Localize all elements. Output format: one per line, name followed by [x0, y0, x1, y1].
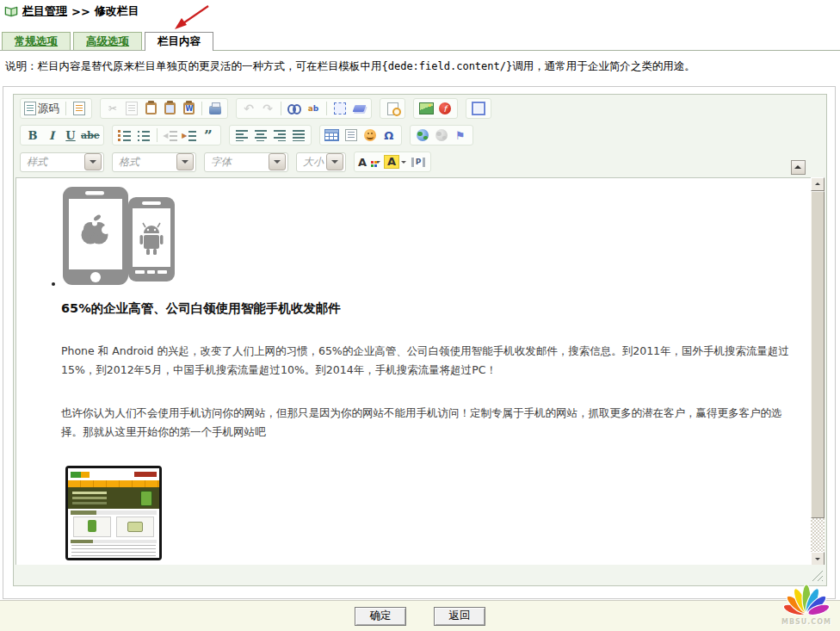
thumbnail-list-header [71, 540, 157, 543]
align-left-icon[interactable] [233, 127, 250, 143]
caret-down-icon [375, 161, 380, 166]
insert-table-icon[interactable] [324, 127, 341, 143]
editor-toolbar-row2: B I U abe ◀ ▶ ” [14, 121, 826, 148]
group-clipboard: ✂ W [100, 98, 228, 119]
align-left-glyph [236, 130, 248, 141]
thumbnail-phone-number [134, 472, 157, 477]
strikethrough-icon[interactable]: abe [81, 127, 100, 143]
align-center-glyph [255, 130, 267, 141]
background-color-button[interactable]: A [384, 154, 408, 170]
dedecms-admin-screen: 栏目管理>> 修改栏目 常规选项 高级选项 栏目内容 说明：栏目内容是替代原来栏… [0, 0, 840, 631]
globe-link-icon [417, 129, 429, 141]
find-icon[interactable] [286, 101, 303, 116]
breadcrumb-current: 修改栏目 [95, 3, 139, 19]
text-color-button[interactable]: A [358, 154, 382, 170]
remove-format-icon[interactable] [350, 101, 368, 116]
style-dropdown-button[interactable] [84, 153, 102, 170]
page-magnifier-icon [387, 102, 398, 115]
size-dropdown-button[interactable] [326, 153, 343, 170]
tab-column-content[interactable]: 栏目内容 [145, 32, 213, 51]
horizontal-rule-icon[interactable] [343, 127, 360, 143]
unordered-list-icon[interactable] [135, 127, 152, 143]
undo-icon: ↶ [240, 101, 257, 116]
italic-icon[interactable]: I [43, 127, 60, 143]
insert-flash-icon[interactable]: f [436, 101, 454, 116]
bold-icon[interactable]: B [24, 127, 41, 143]
align-justify-icon[interactable] [290, 127, 307, 143]
breadcrumb-section-link[interactable]: 栏目管理 [22, 3, 67, 19]
ok-button[interactable]: 确定 [355, 607, 406, 626]
align-justify-glyph [293, 130, 305, 141]
breadcrumb-separator: >> [71, 5, 90, 18]
group-format: B I U abe [20, 125, 104, 145]
source-code-button[interactable]: 源码 [24, 101, 61, 116]
indent-icon[interactable]: ▶ [181, 127, 198, 143]
smiley-icon[interactable] [361, 127, 379, 143]
thumbnail-header [68, 468, 159, 480]
page-break-button[interactable]: P [410, 154, 427, 170]
tab-general-options[interactable]: 常规选项 [2, 32, 71, 50]
thumbnail-logo [71, 472, 90, 478]
peacock-logo-icon [780, 578, 833, 616]
size-select[interactable]: 大小 [296, 152, 346, 172]
word-letter: W [186, 105, 194, 113]
toolbar-collapse-button[interactable] [791, 160, 806, 175]
group-colors: A A P [354, 152, 431, 172]
blockquote-icon[interactable]: ” [200, 127, 217, 143]
editor-canvas[interactable]: 65%的企业高管、公司白领使用智能手机收发邮件 Phone 和 Android … [15, 177, 812, 566]
caret-down-icon [401, 161, 406, 166]
unlink-icon [433, 127, 450, 143]
editor-toolbar-row1: 源码 ✂ W ↶ ↷ ab [14, 95, 826, 121]
align-right-icon[interactable] [271, 127, 288, 143]
preview-icon[interactable] [384, 101, 401, 116]
style-select[interactable]: 样式 [20, 152, 104, 172]
iframe-square-icon [472, 102, 485, 115]
insert-iframe-icon[interactable] [470, 101, 487, 116]
site-watermark: MBSU.COM [778, 578, 835, 628]
anchor-icon[interactable]: ⚑ [452, 127, 469, 143]
binoculars-icon [287, 104, 301, 113]
clipboard-text-icon [164, 102, 176, 114]
group-media: f [413, 98, 458, 119]
select-all-icon[interactable] [331, 101, 349, 116]
align-center-icon[interactable] [252, 127, 269, 143]
source-code-icon [24, 102, 36, 115]
content-paragraph-2: 也许你认为人们不会使用手机访问你的网站，但那只是因为你的网站不能用手机访问！定制… [61, 404, 800, 442]
paste-icon[interactable] [142, 101, 159, 116]
rich-text-editor: 源码 ✂ W ↶ ↷ ab [13, 94, 827, 586]
text-color-icon: A [358, 156, 374, 169]
redo-icon: ↷ [259, 101, 276, 116]
scrollbar-thumb[interactable] [811, 191, 825, 518]
lined-page-icon [345, 129, 357, 141]
separator [157, 128, 158, 142]
back-button[interactable]: 返回 [434, 607, 485, 626]
paste-from-word-icon[interactable]: W [180, 101, 197, 116]
tab-bar: 常规选项 高级选项 栏目内容 [2, 32, 213, 51]
book-icon [4, 4, 18, 18]
scroll-down-button[interactable] [811, 552, 825, 566]
align-right-glyph [274, 130, 286, 141]
new-document-button[interactable] [71, 101, 88, 116]
eraser-icon [352, 105, 366, 112]
scroll-up-button[interactable] [811, 177, 825, 191]
replace-icon[interactable]: ab [305, 101, 322, 116]
tab-advanced-options[interactable]: 高级选项 [73, 32, 142, 50]
group-undo-find: ↶ ↷ ab [236, 98, 372, 119]
ordered-list-icon[interactable] [116, 127, 133, 143]
format-dropdown-button[interactable] [176, 153, 194, 170]
insert-image-icon[interactable] [417, 101, 435, 116]
copy-icon [123, 101, 140, 116]
special-char-icon[interactable]: Ω [380, 127, 398, 143]
insert-link-icon[interactable] [414, 127, 431, 143]
font-select[interactable]: 字体 [204, 152, 288, 172]
editor-scrollbar[interactable] [811, 177, 825, 566]
content-paragraph-1: Phone 和 Android 的兴起，改变了人们上网的习惯，65%的企业高管、… [61, 342, 800, 380]
picture-icon [419, 102, 434, 114]
underline-icon[interactable]: U [62, 127, 79, 143]
print-icon[interactable] [207, 101, 224, 116]
format-select[interactable]: 格式 [112, 152, 196, 172]
paste-plain-text-icon[interactable] [161, 101, 178, 116]
separator [65, 102, 66, 115]
font-dropdown-button[interactable] [269, 153, 286, 170]
clipboard-word-icon: W [183, 102, 195, 114]
